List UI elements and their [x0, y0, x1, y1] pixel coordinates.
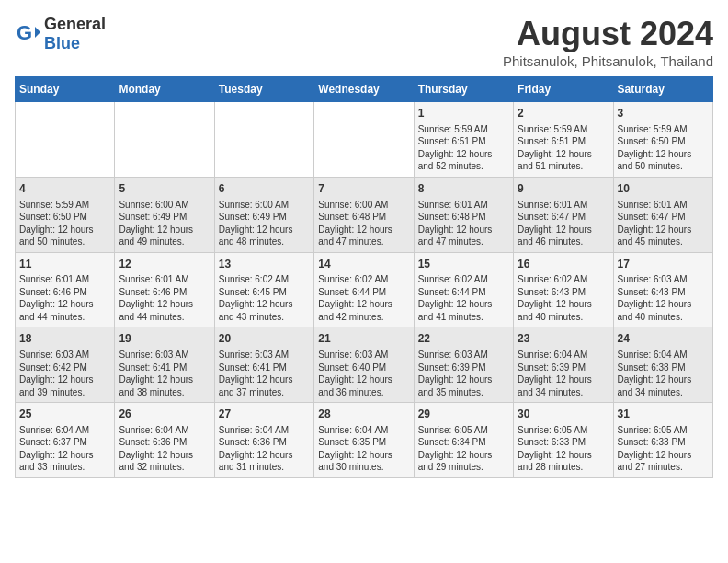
calendar-cell: 28Sunrise: 6:04 AM Sunset: 6:35 PM Dayli… [314, 403, 414, 478]
calendar-cell: 14Sunrise: 6:02 AM Sunset: 6:44 PM Dayli… [314, 252, 414, 327]
calendar-cell: 10Sunrise: 6:01 AM Sunset: 6:47 PM Dayli… [613, 177, 712, 252]
day-number: 10 [618, 181, 709, 197]
cell-content: Sunrise: 6:03 AM Sunset: 6:42 PM Dayligh… [19, 349, 110, 398]
calendar-cell: 21Sunrise: 6:03 AM Sunset: 6:40 PM Dayli… [314, 327, 414, 403]
day-number: 6 [219, 181, 310, 197]
cell-content: Sunrise: 5:59 AM Sunset: 6:51 PM Dayligh… [418, 123, 509, 173]
calendar-cell: 6Sunrise: 6:00 AM Sunset: 6:49 PM Daylig… [214, 177, 313, 252]
calendar-cell: 31Sunrise: 6:05 AM Sunset: 6:33 PM Dayli… [613, 403, 712, 478]
day-number: 11 [19, 257, 110, 272]
calendar-cell: 12Sunrise: 6:01 AM Sunset: 6:46 PM Dayli… [115, 252, 214, 327]
day-number: 31 [618, 407, 709, 422]
cell-content: Sunrise: 6:04 AM Sunset: 6:35 PM Dayligh… [318, 424, 409, 474]
calendar-row-3: 18Sunrise: 6:03 AM Sunset: 6:42 PM Dayli… [16, 327, 713, 403]
cell-content: Sunrise: 6:03 AM Sunset: 6:39 PM Dayligh… [418, 349, 509, 398]
day-number: 19 [119, 331, 210, 347]
day-number: 21 [318, 331, 409, 347]
day-number: 24 [618, 331, 709, 347]
cell-content: Sunrise: 6:04 AM Sunset: 6:37 PM Dayligh… [19, 424, 110, 474]
day-number: 25 [19, 407, 110, 422]
calendar-cell: 25Sunrise: 6:04 AM Sunset: 6:37 PM Dayli… [16, 403, 115, 478]
calendar-cell: 13Sunrise: 6:02 AM Sunset: 6:45 PM Dayli… [214, 252, 313, 327]
day-number: 26 [119, 407, 210, 422]
logo: G General Blue [15, 15, 106, 53]
calendar-row-0: 1Sunrise: 5:59 AM Sunset: 6:51 PM Daylig… [16, 102, 713, 178]
logo-text-general: General [44, 15, 106, 33]
calendar-cell: 24Sunrise: 6:04 AM Sunset: 6:38 PM Dayli… [613, 327, 712, 403]
column-header-friday: Friday [514, 77, 613, 102]
calendar-cell: 15Sunrise: 6:02 AM Sunset: 6:44 PM Dayli… [414, 252, 513, 327]
calendar-cell: 26Sunrise: 6:04 AM Sunset: 6:36 PM Dayli… [115, 403, 214, 478]
day-number: 22 [418, 331, 509, 347]
calendar-cell: 29Sunrise: 6:05 AM Sunset: 6:34 PM Dayli… [414, 403, 513, 478]
day-number: 7 [318, 181, 409, 197]
cell-content: Sunrise: 5:59 AM Sunset: 6:50 PM Dayligh… [19, 199, 110, 248]
calendar-header-row: SundayMondayTuesdayWednesdayThursdayFrid… [16, 77, 713, 102]
day-number: 27 [219, 407, 310, 422]
day-number: 16 [518, 257, 609, 272]
calendar-cell: 27Sunrise: 6:04 AM Sunset: 6:36 PM Dayli… [214, 403, 313, 478]
main-title: August 2024 [503, 15, 713, 53]
cell-content: Sunrise: 6:01 AM Sunset: 6:46 PM Dayligh… [119, 273, 210, 323]
calendar-cell: 17Sunrise: 6:03 AM Sunset: 6:43 PM Dayli… [613, 252, 712, 327]
cell-content: Sunrise: 6:02 AM Sunset: 6:43 PM Dayligh… [518, 273, 609, 323]
calendar-cell [214, 102, 313, 178]
calendar-cell: 2Sunrise: 5:59 AM Sunset: 6:51 PM Daylig… [514, 102, 613, 178]
day-number: 8 [418, 181, 509, 197]
logo-text-blue: Blue [44, 34, 80, 52]
calendar-cell: 3Sunrise: 5:59 AM Sunset: 6:50 PM Daylig… [613, 102, 712, 178]
calendar-cell: 18Sunrise: 6:03 AM Sunset: 6:42 PM Dayli… [16, 327, 115, 403]
day-number: 9 [518, 181, 609, 197]
day-number: 13 [219, 257, 310, 272]
day-number: 28 [318, 407, 409, 422]
calendar-row-1: 4Sunrise: 5:59 AM Sunset: 6:50 PM Daylig… [16, 177, 713, 252]
day-number: 18 [19, 331, 110, 347]
cell-content: Sunrise: 6:00 AM Sunset: 6:48 PM Dayligh… [318, 199, 409, 248]
cell-content: Sunrise: 6:03 AM Sunset: 6:41 PM Dayligh… [219, 349, 310, 398]
cell-content: Sunrise: 6:03 AM Sunset: 6:41 PM Dayligh… [119, 349, 210, 398]
calendar-cell: 1Sunrise: 5:59 AM Sunset: 6:51 PM Daylig… [414, 102, 513, 178]
page-header: G General Blue August 2024 Phitsanulok, … [15, 15, 713, 69]
cell-content: Sunrise: 6:04 AM Sunset: 6:39 PM Dayligh… [518, 349, 609, 398]
column-header-thursday: Thursday [414, 77, 513, 102]
cell-content: Sunrise: 6:01 AM Sunset: 6:47 PM Dayligh… [518, 199, 609, 248]
svg-marker-1 [35, 27, 40, 38]
calendar-cell: 11Sunrise: 6:01 AM Sunset: 6:46 PM Dayli… [16, 252, 115, 327]
cell-content: Sunrise: 6:02 AM Sunset: 6:44 PM Dayligh… [318, 273, 409, 323]
calendar-cell: 19Sunrise: 6:03 AM Sunset: 6:41 PM Dayli… [115, 327, 214, 403]
day-number: 15 [418, 257, 509, 272]
cell-content: Sunrise: 6:04 AM Sunset: 6:36 PM Dayligh… [119, 424, 210, 474]
cell-content: Sunrise: 6:05 AM Sunset: 6:33 PM Dayligh… [618, 424, 709, 474]
calendar-cell [16, 102, 115, 178]
day-number: 5 [119, 181, 210, 197]
calendar-row-4: 25Sunrise: 6:04 AM Sunset: 6:37 PM Dayli… [16, 403, 713, 478]
day-number: 14 [318, 257, 409, 272]
calendar-cell: 16Sunrise: 6:02 AM Sunset: 6:43 PM Dayli… [514, 252, 613, 327]
calendar-cell: 23Sunrise: 6:04 AM Sunset: 6:39 PM Dayli… [514, 327, 613, 403]
day-number: 17 [618, 257, 709, 272]
cell-content: Sunrise: 6:04 AM Sunset: 6:36 PM Dayligh… [219, 424, 310, 474]
cell-content: Sunrise: 6:02 AM Sunset: 6:44 PM Dayligh… [418, 273, 509, 323]
day-number: 1 [418, 106, 509, 121]
calendar-cell: 20Sunrise: 6:03 AM Sunset: 6:41 PM Dayli… [214, 327, 313, 403]
day-number: 2 [518, 106, 609, 121]
calendar-cell: 5Sunrise: 6:00 AM Sunset: 6:49 PM Daylig… [115, 177, 214, 252]
svg-text:G: G [17, 21, 32, 44]
calendar-table: SundayMondayTuesdayWednesdayThursdayFrid… [15, 76, 713, 478]
day-number: 12 [119, 257, 210, 272]
cell-content: Sunrise: 6:03 AM Sunset: 6:40 PM Dayligh… [318, 349, 409, 398]
cell-content: Sunrise: 6:00 AM Sunset: 6:49 PM Dayligh… [219, 199, 310, 248]
day-number: 29 [418, 407, 509, 422]
day-number: 30 [518, 407, 609, 422]
column-header-saturday: Saturday [613, 77, 712, 102]
cell-content: Sunrise: 6:01 AM Sunset: 6:48 PM Dayligh… [418, 199, 509, 248]
cell-content: Sunrise: 6:01 AM Sunset: 6:47 PM Dayligh… [618, 199, 709, 248]
calendar-cell [314, 102, 414, 178]
cell-content: Sunrise: 5:59 AM Sunset: 6:51 PM Dayligh… [518, 123, 609, 173]
column-header-sunday: Sunday [16, 77, 115, 102]
cell-content: Sunrise: 6:02 AM Sunset: 6:45 PM Dayligh… [219, 273, 310, 323]
logo-icon: G [15, 21, 40, 47]
subtitle: Phitsanulok, Phitsanulok, Thailand [503, 53, 713, 69]
cell-content: Sunrise: 6:00 AM Sunset: 6:49 PM Dayligh… [119, 199, 210, 248]
column-header-monday: Monday [115, 77, 214, 102]
